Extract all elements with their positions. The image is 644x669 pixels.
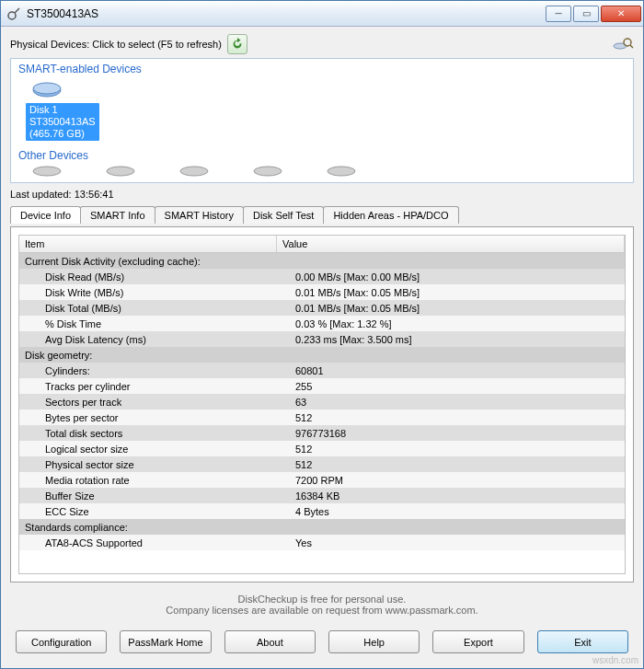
app-icon [6,6,21,21]
table-row[interactable]: ATA8-ACS SupportedYes [19,535,625,550]
row-value: 512 [295,444,625,455]
physical-devices-row: Physical Devices: Click to select (F5 to… [10,34,634,54]
row-value: 255 [295,381,625,392]
help-button[interactable]: Help [328,630,420,653]
footer-line2: Company licenses are available on reques… [10,605,634,616]
row-item: Standards compliance: [19,522,295,533]
app-window: ST3500413AS ─ ▭ ✕ Physical Devices: Clic… [0,0,644,669]
tabs: Device Info SMART Info SMART History Dis… [10,205,634,223]
export-button[interactable]: Export [432,630,523,653]
exit-button[interactable]: Exit [537,630,628,653]
table-row[interactable]: Disk Total (MB/s)0.01 MB/s [Max: 0.05 MB… [19,300,625,316]
tab-smart-history[interactable]: SMART History [155,206,244,224]
row-item: % Disk Time [19,318,295,329]
table-row[interactable]: Sectors per track63 [19,394,625,409]
row-value: 63 [295,397,625,408]
table-row[interactable]: Bytes per sector512 [19,409,625,425]
svg-point-9 [180,167,208,176]
table-row[interactable]: Disk Read (MB/s)0.00 MB/s [Max: 0.00 MB/… [19,269,625,284]
maximize-button[interactable]: ▭ [573,6,599,22]
grid-header: Item Value [19,236,625,253]
drive-icon[interactable] [31,164,63,177]
svg-point-6 [33,83,61,94]
grid-rows: Current Disk Activity (excluding cache):… [19,253,625,550]
drive-icon[interactable] [252,164,283,177]
table-row[interactable]: Avg Disk Latency (ms)0.233 ms [Max: 3.50… [19,331,625,347]
table-row[interactable]: Total disk sectors976773168 [19,425,625,441]
row-item: Logical sector size [19,444,295,455]
tab-smart-info[interactable]: SMART Info [80,206,155,224]
devices-panel: SMART-enabled Devices Disk 1ST3500413AS(… [10,58,634,183]
row-item: Disk geometry: [19,350,295,361]
button-bar: Configuration PassMark Home About Help E… [10,627,634,661]
drive-icon[interactable] [326,164,357,177]
row-value: 16384 KB [295,490,625,502]
row-item: Cylinders: [19,365,295,376]
window-buttons: ─ ▭ ✕ [544,6,641,22]
tab-body: Item Value Current Disk Activity (exclud… [10,226,634,582]
svg-line-1 [15,8,19,13]
row-value: 512 [295,459,625,470]
svg-point-0 [8,12,16,19]
disk-model: ST3500413AS [29,116,96,127]
row-value: 976773168 [295,428,625,439]
svg-point-10 [254,167,282,176]
table-row[interactable]: % Disk Time0.03 % [Max: 1.32 %] [19,316,625,331]
other-devices-header: Other Devices [18,149,626,162]
col-item[interactable]: Item [19,236,277,252]
row-item: Disk Read (MB/s) [19,271,295,283]
table-row[interactable]: Tracks per cylinder255 [19,378,625,394]
table-row[interactable]: Cylinders:60801 [19,363,625,378]
row-item: Physical sector size [19,459,295,470]
drive-icon[interactable] [178,164,210,177]
svg-line-4 [630,45,633,48]
window-title: ST3500413AS [27,7,544,20]
row-item: Current Disk Activity (excluding cache): [19,256,295,267]
last-updated: Last updated: 13:56:41 [10,189,634,200]
refresh-button[interactable] [227,34,247,54]
physical-devices-label: Physical Devices: Click to select (F5 to… [10,39,222,50]
close-button[interactable]: ✕ [601,6,641,22]
row-item: ATA8-ACS Supported [19,537,295,548]
row-value: 0.03 % [Max: 1.32 %] [295,318,625,329]
row-item: Media rotation rate [19,475,295,486]
row-value: 0.233 ms [Max: 3.500 ms] [295,334,625,345]
footer-text: DiskCheckup is free for personal use. Co… [10,586,634,623]
row-item: Bytes per sector [19,412,295,423]
table-row[interactable]: Current Disk Activity (excluding cache): [19,253,625,269]
titlebar: ST3500413AS ─ ▭ ✕ [1,1,643,27]
tab-device-info[interactable]: Device Info [10,206,81,224]
other-devices-section: Other Devices [18,149,626,180]
disk-icon[interactable] [31,81,63,101]
table-row[interactable]: Standards compliance: [19,519,625,535]
passmark-home-button[interactable]: PassMark Home [120,630,211,653]
table-row[interactable]: ECC Size4 Bytes [19,503,625,519]
selected-disk[interactable]: Disk 1ST3500413AS(465.76 GB) [26,103,626,141]
disk-name: Disk 1 [29,104,58,115]
row-value: Yes [295,537,625,548]
drive-icon[interactable] [105,164,136,177]
row-value: 7200 RPM [295,475,625,486]
table-row[interactable]: Disk geometry: [19,347,625,363]
tab-disk-self-test[interactable]: Disk Self Test [243,206,324,224]
minimize-button[interactable]: ─ [546,6,571,22]
about-button[interactable]: About [224,630,316,653]
info-grid[interactable]: Item Value Current Disk Activity (exclud… [18,235,626,574]
configuration-button[interactable]: Configuration [16,630,107,653]
other-drives [18,164,626,180]
table-row[interactable]: Disk Write (MB/s)0.01 MB/s [Max: 0.05 MB… [19,284,625,300]
col-value[interactable]: Value [277,236,625,252]
row-value: 0.01 MB/s [Max: 0.05 MB/s] [295,303,625,314]
table-row[interactable]: Logical sector size512 [19,441,625,456]
svg-point-11 [328,167,355,176]
table-row[interactable]: Physical sector size512 [19,456,625,472]
svg-point-3 [624,39,631,46]
row-value: 60801 [295,365,625,376]
search-disk-icon[interactable] [612,35,634,53]
table-row[interactable]: Buffer Size16384 KB [19,488,625,503]
table-row[interactable]: Media rotation rate7200 RPM [19,472,625,488]
tab-hidden-areas[interactable]: Hidden Areas - HPA/DCO [323,206,458,224]
svg-point-8 [107,167,134,176]
watermark: wsxdn.com [592,655,638,665]
smart-devices-header: SMART-enabled Devices [18,63,626,75]
